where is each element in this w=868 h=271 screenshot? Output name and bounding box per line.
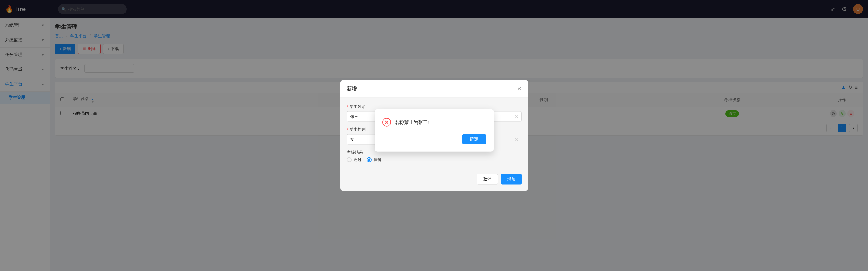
name-label-text: 学生姓名 [349, 104, 366, 110]
name-input-clear-icon[interactable]: ✕ [515, 114, 519, 119]
radio-pass[interactable]: 通过 [347, 157, 362, 163]
radio-fail-label: 挂科 [374, 157, 382, 163]
form-name-label: * 学生姓名 [347, 104, 522, 110]
required-star: * [347, 104, 348, 109]
alert-footer: 确定 [382, 134, 486, 144]
radio-pass-label: 通过 [353, 157, 362, 163]
radio-pass-circle [347, 157, 352, 162]
alert-confirm-button[interactable]: 确定 [462, 134, 486, 144]
add-modal-title: 新增 [347, 85, 357, 92]
gender-label-text: 学生性别 [349, 127, 366, 132]
alert-modal: ✕ 名称禁止为张三! 确定 [375, 109, 494, 152]
gender-select-clear-icon[interactable]: ✕ [515, 137, 519, 142]
alert-content: ✕ 名称禁止为张三! [382, 118, 486, 127]
error-x-symbol: ✕ [384, 119, 389, 125]
score-radio-group: 通过 挂科 [347, 157, 522, 163]
radio-fail-circle [367, 157, 372, 162]
cancel-button[interactable]: 取消 [477, 174, 498, 185]
add-modal-header: 新增 ✕ [340, 80, 528, 98]
add-modal-close-button[interactable]: ✕ [517, 85, 522, 92]
add-confirm-button[interactable]: 增加 [501, 174, 522, 185]
alert-error-icon: ✕ [382, 118, 391, 127]
add-modal-footer: 取消 增加 [340, 174, 528, 185]
radio-fail[interactable]: 挂科 [367, 157, 382, 163]
alert-message: 名称禁止为张三! [395, 119, 429, 125]
required-star-gender: * [347, 127, 348, 132]
